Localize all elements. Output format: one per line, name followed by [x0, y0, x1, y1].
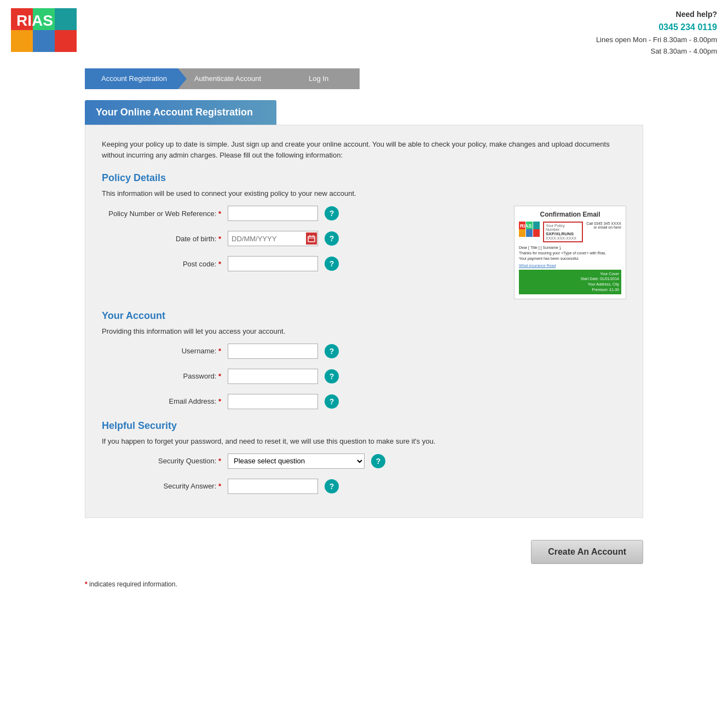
svg-rect-17 [526, 229, 533, 237]
svg-rect-18 [533, 229, 540, 237]
email-find-out-more[interactable]: What insurance Read [519, 264, 621, 268]
svg-rect-16 [519, 229, 525, 237]
required-note: * indicates required information. [0, 575, 728, 599]
email-logo-mini: RIAS [519, 222, 540, 237]
your-account-title: Your Account [102, 310, 626, 322]
email-preview-title: Confirmation Email [519, 211, 621, 218]
policy-details-desc: This information will be used to connect… [102, 189, 626, 197]
security-answer-row: Security Answer: * ? [102, 479, 626, 494]
email-ref-info: Your Policy Number: SXP/XLRUNS XXXX-XXX-… [543, 222, 583, 242]
required-note-text: indicates required information. [89, 580, 177, 588]
postcode-label: Post code: * [102, 260, 228, 268]
policy-fields: Policy Number or Web Reference: * ? Date… [102, 206, 503, 281]
dob-label: Date of birth: * [102, 235, 228, 243]
dob-input-wrapper [228, 231, 318, 246]
password-input[interactable] [228, 369, 318, 384]
helpful-security-section: Helpful Security If you happen to forget… [102, 420, 626, 494]
bottom-area: Create An Account [0, 529, 728, 575]
help-info: Need help? 0345 234 0119 Lines open Mon … [596, 8, 717, 57]
security-question-required: * [218, 457, 221, 465]
security-answer-label: Security Answer: * [102, 482, 228, 490]
security-question-help-button[interactable]: ? [371, 454, 385, 468]
hours-saturday: Sat 8.30am - 4.00pm [596, 46, 717, 57]
main-content: Your Online Account Registration Keeping… [85, 100, 643, 518]
policy-number-label: Policy Number or Web Reference: * [102, 210, 228, 218]
breadcrumb-label-3: Log In [309, 74, 328, 83]
dob-help-button[interactable]: ? [325, 231, 339, 246]
username-help-button[interactable]: ? [325, 344, 339, 358]
svg-rect-4 [11, 30, 33, 52]
svg-rect-3 [55, 8, 77, 30]
create-account-button[interactable]: Create An Account [531, 540, 643, 564]
breadcrumb-nav: Account Registration Authenticate Accoun… [85, 68, 728, 89]
email-row: Email Address: * ? [102, 394, 626, 409]
security-question-label: Security Question: * [102, 457, 228, 465]
breadcrumb-account-registration[interactable]: Account Registration [85, 68, 178, 89]
svg-text:RIAS: RIAS [16, 12, 53, 29]
dob-row: Date of birth: * [102, 231, 503, 246]
postcode-required: * [218, 260, 221, 268]
email-help-button[interactable]: ? [325, 394, 339, 409]
security-answer-required: * [218, 482, 221, 490]
password-help-button[interactable]: ? [325, 369, 339, 383]
policy-number-input[interactable] [228, 206, 318, 221]
hours-weekday: Lines open Mon - Fri 8.30am - 8.00pm [596, 34, 717, 46]
postcode-row: Post code: * ? [102, 256, 503, 271]
username-required: * [218, 347, 221, 355]
page-title: Your Online Account Registration [85, 100, 276, 125]
rias-logo: RIAS [11, 8, 77, 52]
phone-number: 0345 234 0119 [596, 20, 717, 34]
policy-number-required: * [218, 210, 221, 218]
email-ref-box: Your Policy Number: SXP/XLRUNS XXXX-XXX-… [543, 222, 583, 242]
breadcrumb-authenticate-account[interactable]: Authenticate Account [178, 68, 272, 89]
email-cover-box: Your Cover Start Date: 01/01/2014 Your A… [519, 270, 621, 294]
required-star-note: * [85, 580, 88, 588]
your-account-desc: Providing this information will let you … [102, 327, 626, 335]
calendar-icon[interactable] [306, 232, 317, 245]
postcode-help-button[interactable]: ? [325, 257, 339, 271]
security-question-row: Security Question: * Please select quest… [102, 453, 626, 469]
email-required: * [218, 397, 221, 405]
postcode-input[interactable] [228, 256, 318, 271]
security-question-select[interactable]: Please select question What is your moth… [228, 453, 365, 469]
email-preview-header: RIAS Your Policy Number: SXP/XLRUNS XXXX… [519, 222, 621, 242]
policy-number-help-button[interactable]: ? [325, 206, 339, 220]
intro-text: Keeping your policy up to date is simple… [102, 139, 626, 162]
breadcrumb-log-in[interactable]: Log In [272, 68, 360, 89]
email-contact: Call 0345 345 XXXX or email on here [586, 222, 621, 242]
form-container: Keeping your policy up to date is simple… [85, 125, 643, 518]
password-label: Password: * [102, 372, 228, 380]
svg-rect-15 [533, 222, 540, 229]
security-answer-input[interactable] [228, 479, 318, 494]
username-row: Username: * ? [102, 344, 626, 359]
policy-number-row: Policy Number or Web Reference: * ? [102, 206, 503, 221]
helpful-security-desc: If you happen to forget your password, a… [102, 437, 626, 445]
dob-input[interactable] [228, 231, 318, 246]
password-required: * [218, 372, 221, 380]
email-preview: Confirmation Email RIAS [514, 206, 626, 299]
breadcrumb-label-2: Authenticate Account [194, 74, 261, 83]
password-row: Password: * ? [102, 369, 626, 384]
svg-rect-6 [55, 30, 77, 52]
svg-text:RIAS: RIAS [520, 223, 532, 229]
svg-rect-8 [308, 236, 315, 242]
username-input[interactable] [228, 344, 318, 359]
email-body-text: Dear [ Title ] [ Surname ], Thanks for i… [519, 245, 621, 261]
policy-details-section: Policy Details This information will be … [102, 172, 626, 299]
dob-required: * [218, 235, 221, 243]
need-help-label: Need help? [596, 8, 717, 20]
policy-section-inner: Policy Number or Web Reference: * ? Date… [102, 206, 626, 299]
username-label: Username: * [102, 347, 228, 355]
svg-rect-5 [33, 30, 55, 52]
email-input[interactable] [228, 394, 318, 409]
policy-details-title: Policy Details [102, 172, 626, 184]
email-label: Email Address: * [102, 397, 228, 405]
your-account-section: Your Account Providing this information … [102, 310, 626, 409]
helpful-security-title: Helpful Security [102, 420, 626, 432]
breadcrumb-label-1: Account Registration [101, 74, 167, 83]
security-answer-help-button[interactable]: ? [325, 479, 339, 493]
page-header: RIAS Need help? 0345 234 0119 Lines open… [0, 0, 728, 63]
